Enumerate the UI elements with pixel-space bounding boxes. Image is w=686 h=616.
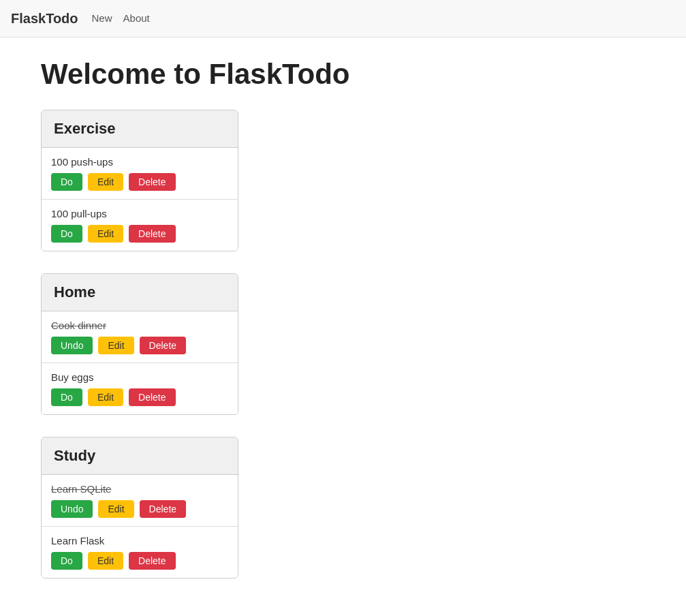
delete-button-pushups[interactable]: Delete (129, 173, 175, 191)
edit-button-pushups[interactable]: Edit (88, 173, 123, 191)
delete-button-pullups[interactable]: Delete (129, 225, 175, 243)
category-card-study: StudyLearn SQLiteUndoEditDeleteLearn Fla… (41, 437, 238, 579)
todo-actions-eggs: DoEditDelete (51, 388, 228, 406)
todo-item-flask: Learn FlaskDoEditDelete (42, 527, 238, 578)
delete-button-flask[interactable]: Delete (129, 552, 175, 570)
todo-item-sqlite: Learn SQLiteUndoEditDelete (42, 475, 238, 527)
todo-actions-pushups: DoEditDelete (51, 173, 228, 191)
main-content: Welcome to FlaskTodo Exercise100 push-up… (0, 37, 686, 616)
edit-button-flask[interactable]: Edit (88, 552, 123, 570)
undo-button-cook[interactable]: Undo (51, 337, 93, 354)
todo-text-eggs: Buy eggs (51, 371, 228, 383)
todo-text-pushups: 100 push-ups (51, 156, 228, 168)
todo-item-pullups: 100 pull-upsDoEditDelete (42, 200, 238, 251)
todo-actions-sqlite: UndoEditDelete (51, 500, 228, 518)
todo-actions-pullups: DoEditDelete (51, 225, 228, 243)
category-header-study: Study (42, 437, 238, 475)
navbar: FlaskTodo NewAbout (0, 0, 686, 37)
do-button-flask[interactable]: Do (51, 552, 82, 570)
todo-item-pushups: 100 push-upsDoEditDelete (42, 148, 238, 200)
edit-button-pullups[interactable]: Edit (88, 225, 123, 243)
todo-actions-cook: UndoEditDelete (51, 337, 228, 354)
undo-button-sqlite[interactable]: Undo (51, 500, 93, 518)
navbar-links: NewAbout (92, 12, 161, 25)
navbar-link-new[interactable]: New (92, 12, 112, 24)
todo-item-cook: Cook dinnerUndoEditDelete (42, 311, 238, 363)
edit-button-cook[interactable]: Edit (98, 337, 134, 354)
do-button-pushups[interactable]: Do (51, 173, 82, 191)
edit-button-eggs[interactable]: Edit (88, 388, 123, 406)
todo-text-cook: Cook dinner (51, 320, 228, 331)
do-button-eggs[interactable]: Do (51, 388, 82, 406)
delete-button-sqlite[interactable]: Delete (140, 500, 186, 518)
todo-text-sqlite: Learn SQLite (51, 483, 228, 495)
delete-button-eggs[interactable]: Delete (129, 388, 175, 406)
category-header-home: Home (42, 274, 238, 311)
todo-actions-flask: DoEditDelete (51, 552, 228, 570)
do-button-pullups[interactable]: Do (51, 225, 82, 243)
delete-button-cook[interactable]: Delete (140, 337, 186, 354)
todo-item-eggs: Buy eggsDoEditDelete (42, 363, 238, 414)
categories-container: Exercise100 push-upsDoEditDelete100 pull… (41, 110, 645, 579)
page-title: Welcome to FlaskTodo (41, 58, 645, 91)
brand-logo: FlaskTodo (11, 11, 78, 27)
category-card-home: HomeCook dinnerUndoEditDeleteBuy eggsDoE… (41, 273, 238, 415)
category-card-exercise: Exercise100 push-upsDoEditDelete100 pull… (41, 110, 238, 251)
todo-text-flask: Learn Flask (51, 535, 228, 546)
todo-text-pullups: 100 pull-ups (51, 208, 228, 219)
navbar-link-about[interactable]: About (123, 12, 150, 24)
category-header-exercise: Exercise (42, 110, 238, 148)
edit-button-sqlite[interactable]: Edit (98, 500, 134, 518)
